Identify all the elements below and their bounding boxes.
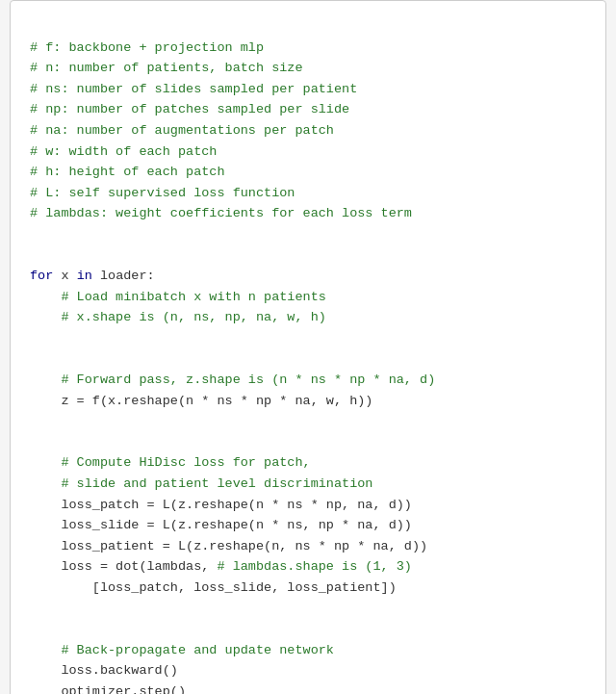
comment-line-3: # ns: number of slides sampled per patie… [30, 82, 357, 96]
comment-line-7: # h: height of each patch [30, 165, 225, 179]
blank-line-3 [30, 411, 586, 432]
loss-patient: loss_patient = L(z.reshape(n, ns * np * … [30, 539, 427, 553]
blank-line-4 [30, 599, 586, 620]
comment-compute1: # Compute HiDisc loss for patch, [30, 455, 311, 470]
z-assign: z = f(x.reshape(n * ns * np * na, w, h)) [30, 394, 372, 408]
comment-backprop: # Back-propagate and update network [30, 643, 334, 657]
comment-load: # Load minibatch x with n patients [30, 290, 326, 304]
code-block: # f: backbone + projection mlp # n: numb… [30, 16, 586, 694]
comment-line-5: # na: number of augmentations per patch [30, 123, 334, 138]
comment-line-1: # f: backbone + projection mlp [30, 40, 264, 55]
loss-backward: loss.backward() [30, 663, 178, 678]
comment-inline: # lambdas.shape is (1, 3) [217, 559, 412, 574]
blank-line-2 [30, 328, 586, 349]
in-keyword: in [77, 269, 92, 283]
loss-patch: loss_patch = L(z.reshape(n * ns * np, na… [30, 498, 412, 512]
comment-line-4: # np: number of patches sampled per slid… [30, 102, 349, 116]
blank-line-1 [30, 224, 586, 245]
for-loop-line: for x in loader: [30, 269, 155, 283]
comment-compute2: # slide and patient level discrimination [30, 476, 372, 491]
loss-slide: loss_slide = L(z.reshape(n * ns, np * na… [30, 518, 412, 532]
loss-dot-line2: [loss_patch, loss_slide, loss_patient]) [30, 580, 397, 595]
comment-forward: # Forward pass, z.shape is (n * ns * np … [30, 373, 435, 387]
comment-shape: # x.shape is (n, ns, np, na, w, h) [30, 310, 326, 324]
for-keyword: for [30, 269, 53, 283]
comment-line-9: # lambdas: weight coefficients for each … [30, 206, 412, 220]
comment-line-2: # n: number of patients, batch size [30, 61, 303, 75]
comment-line-8: # L: self supervised loss function [30, 186, 295, 200]
comment-line-6: # w: width of each patch [30, 144, 217, 159]
loss-dot-line1: loss = dot(lambdas, # lambdas.shape is (… [30, 559, 412, 574]
code-container: # f: backbone + projection mlp # n: numb… [10, 0, 606, 694]
optimizer-step: optimizer.step() [30, 684, 186, 694]
